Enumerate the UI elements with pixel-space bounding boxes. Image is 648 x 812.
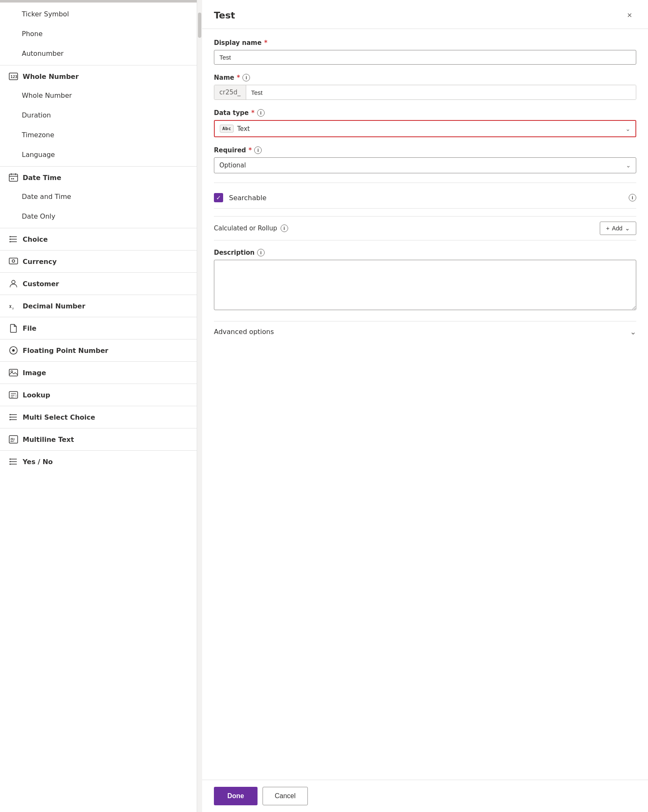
scroll-thumb[interactable] — [198, 13, 201, 38]
section-floating-point[interactable]: Floating Point Number — [0, 339, 197, 360]
scroll-indicator — [0, 0, 197, 3]
floating-point-icon — [8, 345, 18, 355]
left-scrollbar[interactable] — [197, 0, 202, 812]
lookup-icon — [8, 390, 18, 400]
description-label: Description i — [214, 249, 636, 256]
svg-rect-2 — [9, 174, 18, 181]
panel-header: Test × — [202, 0, 648, 29]
calendar-icon — [8, 172, 18, 183]
searchable-checkbox[interactable]: ✓ — [214, 193, 223, 202]
list-item-ticker-symbol[interactable]: Ticker Symbol — [0, 4, 197, 24]
name-label: Name * i — [214, 74, 636, 81]
whole-number-icon: 123 — [8, 71, 18, 81]
list-item-whole-number[interactable]: Whole Number — [0, 86, 197, 105]
svg-point-44 — [10, 464, 11, 465]
name-info-icon[interactable]: i — [242, 74, 250, 81]
section-date-time[interactable]: Date Time — [0, 166, 197, 187]
data-type-label: Data type * i — [214, 109, 636, 117]
section-multiline-text[interactable]: Abc def Multiline Text — [0, 428, 197, 449]
list-item-date-and-time[interactable]: Date and Time — [0, 187, 197, 206]
svg-point-34 — [10, 417, 11, 418]
list-item-duration[interactable]: Duration — [0, 105, 197, 125]
section-yes-no[interactable]: Yes / No — [0, 450, 197, 471]
section-decimal[interactable]: X 2 Decimal Number — [0, 295, 197, 315]
section-multi-select[interactable]: Multi Select Choice — [0, 406, 197, 426]
section-customer[interactable]: Customer — [0, 272, 197, 293]
data-type-value: Text — [237, 125, 250, 133]
close-button[interactable]: × — [623, 8, 636, 22]
multi-select-icon — [8, 412, 18, 422]
choice-icon — [8, 234, 18, 244]
checkmark-icon: ✓ — [216, 194, 221, 201]
divider-2 — [214, 208, 636, 209]
divider-1 — [214, 183, 636, 183]
data-type-info-icon[interactable]: i — [257, 109, 265, 117]
list-item-language[interactable]: Language — [0, 145, 197, 164]
calc-rollup-row: Calculated or Rollup i + Add ⌄ — [214, 216, 636, 240]
description-info-icon[interactable]: i — [257, 249, 265, 256]
list-item-phone[interactable]: Phone — [0, 24, 197, 44]
panel-title: Test — [214, 10, 235, 21]
name-suffix-input[interactable] — [246, 85, 636, 99]
panel-body: Display name * Name * i cr25d_ Data type… — [202, 29, 648, 780]
svg-text:def: def — [10, 440, 14, 442]
image-icon — [8, 368, 18, 378]
data-type-required: * — [251, 109, 255, 117]
add-label: Add — [612, 225, 622, 232]
yes-no-icon — [8, 457, 18, 467]
description-textarea[interactable] — [214, 260, 636, 310]
data-type-group: Data type * i Abc Text ⌄ — [214, 109, 636, 137]
add-button[interactable]: + Add ⌄ — [600, 222, 636, 235]
currency-icon — [8, 256, 18, 266]
searchable-info-icon[interactable]: i — [629, 194, 636, 201]
name-prefix: cr25d_ — [214, 85, 246, 99]
required-star: * — [249, 146, 252, 154]
section-file[interactable]: File — [0, 317, 197, 337]
svg-point-12 — [10, 239, 11, 240]
add-chevron: ⌄ — [625, 225, 630, 232]
required-chevron: ⌄ — [626, 162, 631, 169]
required-group: Required * i Optional ⌄ — [214, 146, 636, 173]
name-input-row: cr25d_ — [214, 85, 636, 100]
svg-point-42 — [10, 459, 11, 460]
svg-point-33 — [10, 414, 11, 415]
advanced-options-row[interactable]: Advanced options ⌄ — [214, 321, 636, 342]
svg-point-7 — [13, 178, 14, 180]
description-group: Description i — [214, 249, 636, 312]
calc-info-icon[interactable]: i — [281, 225, 288, 232]
list-item-timezone[interactable]: Timezone — [0, 125, 197, 145]
done-button[interactable]: Done — [214, 787, 258, 805]
list-item-autonumber[interactable]: Autonumber — [0, 44, 197, 63]
svg-point-15 — [12, 260, 15, 262]
svg-rect-14 — [9, 258, 18, 264]
svg-text:123: 123 — [10, 75, 17, 79]
file-icon — [8, 323, 18, 333]
display-name-required: * — [264, 39, 268, 47]
customer-icon — [8, 279, 18, 289]
section-currency[interactable]: Currency — [0, 250, 197, 271]
advanced-label: Advanced options — [214, 328, 274, 336]
svg-point-6 — [11, 178, 13, 180]
section-lookup[interactable]: Lookup — [0, 384, 197, 404]
data-type-select[interactable]: Abc Text ⌄ — [214, 120, 636, 137]
svg-point-35 — [10, 419, 11, 420]
required-select[interactable]: Optional ⌄ — [214, 157, 636, 173]
calc-label: Calculated or Rollup i — [214, 225, 288, 232]
svg-rect-23 — [9, 369, 18, 376]
svg-point-11 — [10, 236, 11, 238]
section-whole-number[interactable]: 123 Whole Number — [0, 65, 197, 86]
left-panel: Ticker Symbol Phone Autonumber 123 Whole… — [0, 0, 197, 812]
searchable-label: Searchable — [229, 194, 623, 202]
searchable-row: ✓ Searchable i — [214, 191, 636, 205]
cancel-button[interactable]: Cancel — [263, 787, 308, 805]
required-info-icon[interactable]: i — [254, 146, 262, 154]
display-name-label: Display name * — [214, 39, 636, 47]
section-choice[interactable]: Choice — [0, 228, 197, 248]
list-item-date-only[interactable]: Date Only — [0, 206, 197, 226]
right-panel: Test × Display name * Name * i cr25d_ — [202, 0, 648, 812]
svg-point-13 — [10, 241, 11, 243]
section-image[interactable]: Image — [0, 361, 197, 382]
svg-point-43 — [10, 461, 11, 462]
display-name-input[interactable] — [214, 50, 636, 65]
multiline-text-icon: Abc def — [8, 434, 18, 444]
